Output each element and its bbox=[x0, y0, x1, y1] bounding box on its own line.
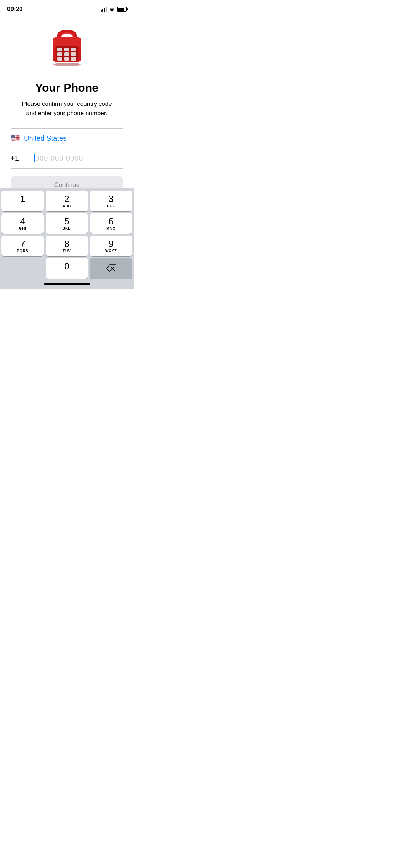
page-subtitle: Please confirm your country code and ent… bbox=[17, 99, 117, 118]
keyboard-row-2: 4 GHI 5 JKL 6 MNO bbox=[1, 213, 132, 234]
country-code: +1 bbox=[11, 154, 29, 162]
keyboard-row-1: 1 2 ABC 3 DEF bbox=[1, 191, 132, 211]
key-0[interactable]: 0 bbox=[46, 258, 88, 279]
backspace-icon bbox=[106, 264, 116, 272]
phone-input[interactable]: 000 000 0000 bbox=[34, 154, 123, 162]
country-name: United States bbox=[24, 134, 67, 143]
key-5-letters: JKL bbox=[63, 227, 71, 231]
key-5-number: 5 bbox=[64, 216, 69, 227]
key-8-number: 8 bbox=[64, 239, 69, 249]
svg-rect-5 bbox=[71, 48, 76, 51]
key-2[interactable]: 2 ABC bbox=[46, 191, 88, 211]
country-selector[interactable]: 🇺🇸 United States bbox=[11, 129, 123, 148]
key-4-number: 4 bbox=[20, 216, 25, 227]
key-3[interactable]: 3 DEF bbox=[90, 191, 132, 211]
key-1-number: 1 bbox=[20, 194, 25, 204]
key-6[interactable]: 6 MNO bbox=[90, 213, 132, 234]
keyboard-row-3: 7 PQRS 8 TUV 9 WXYZ bbox=[1, 236, 132, 256]
status-bar: 09:20 bbox=[0, 0, 134, 16]
phone-icon bbox=[46, 30, 88, 74]
key-6-letters: MNO bbox=[106, 227, 115, 231]
key-5[interactable]: 5 JKL bbox=[46, 213, 88, 234]
key-9-letters: WXYZ bbox=[105, 249, 117, 253]
battery-icon bbox=[117, 7, 127, 12]
svg-rect-3 bbox=[57, 48, 62, 51]
key-1[interactable]: 1 bbox=[1, 191, 44, 211]
form-area: 🇺🇸 United States +1 000 000 0000 Continu… bbox=[11, 128, 123, 195]
keyboard: 1 2 ABC 3 DEF 4 GHI 5 JKL 6 MNO 7 PQRS bbox=[0, 188, 134, 289]
key-7-letters: PQRS bbox=[17, 249, 28, 253]
key-4[interactable]: 4 GHI bbox=[1, 213, 44, 234]
key-4-letters: GHI bbox=[19, 227, 26, 231]
key-9[interactable]: 9 WXYZ bbox=[90, 236, 132, 256]
status-time: 09:20 bbox=[7, 6, 22, 13]
page-title: Your Phone bbox=[35, 81, 98, 94]
key-0-letters bbox=[66, 272, 68, 275]
main-content: Your Phone Please confirm your country c… bbox=[0, 16, 134, 195]
svg-rect-11 bbox=[71, 57, 76, 61]
svg-rect-6 bbox=[57, 52, 62, 56]
key-3-letters: DEF bbox=[107, 204, 115, 208]
key-backspace[interactable] bbox=[90, 258, 132, 279]
key-3-number: 3 bbox=[108, 194, 113, 204]
key-2-number: 2 bbox=[64, 194, 69, 204]
wifi-icon bbox=[109, 7, 115, 11]
phone-row: +1 000 000 0000 bbox=[11, 148, 123, 168]
keyboard-row-4: 0 bbox=[1, 258, 132, 279]
vertical-divider bbox=[29, 153, 29, 163]
key-empty bbox=[1, 258, 44, 279]
svg-point-12 bbox=[53, 63, 81, 66]
country-flag: 🇺🇸 bbox=[11, 134, 20, 143]
svg-rect-10 bbox=[64, 57, 69, 61]
key-7[interactable]: 7 PQRS bbox=[1, 236, 44, 256]
home-indicator bbox=[1, 280, 132, 286]
phone-placeholder: 000 000 0000 bbox=[35, 154, 83, 162]
key-9-number: 9 bbox=[108, 239, 113, 249]
key-6-number: 6 bbox=[108, 216, 113, 227]
key-2-letters: ABC bbox=[62, 204, 71, 208]
svg-rect-4 bbox=[64, 48, 69, 51]
key-1-letters bbox=[22, 204, 24, 208]
bottom-divider bbox=[11, 168, 123, 169]
svg-rect-8 bbox=[71, 52, 76, 56]
text-cursor bbox=[34, 154, 35, 162]
key-8[interactable]: 8 TUV bbox=[46, 236, 88, 256]
svg-rect-9 bbox=[57, 57, 62, 61]
signal-icon bbox=[101, 7, 107, 12]
home-bar bbox=[44, 283, 90, 285]
svg-rect-7 bbox=[64, 52, 69, 56]
key-0-number: 0 bbox=[64, 261, 69, 272]
status-icons bbox=[101, 7, 127, 12]
key-8-letters: TUV bbox=[63, 249, 71, 253]
key-7-number: 7 bbox=[20, 239, 25, 249]
